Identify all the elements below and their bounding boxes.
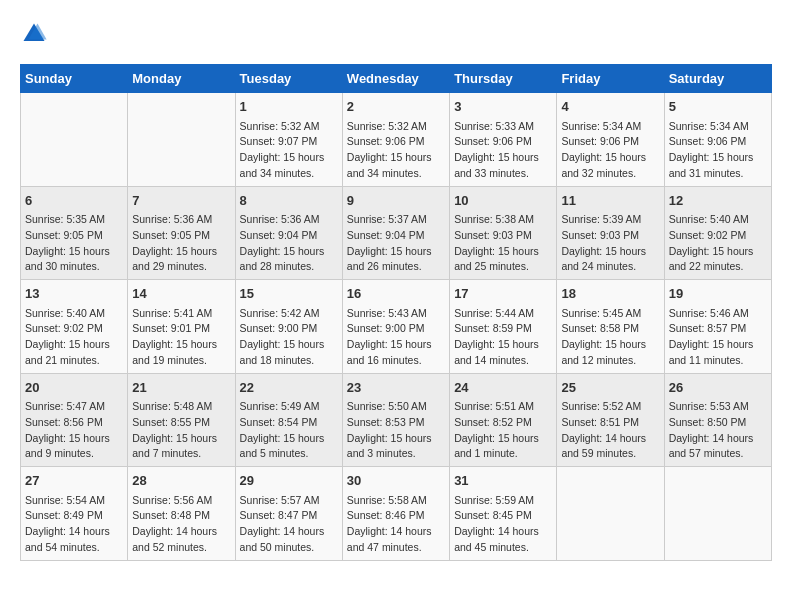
cell-content: Sunrise: 5:33 AM Sunset: 9:06 PM Dayligh… — [454, 119, 552, 182]
calendar-cell — [664, 467, 771, 561]
day-number: 5 — [669, 97, 767, 117]
day-number: 30 — [347, 471, 445, 491]
calendar-cell — [128, 93, 235, 187]
header-day-saturday: Saturday — [664, 65, 771, 93]
cell-content: Sunrise: 5:53 AM Sunset: 8:50 PM Dayligh… — [669, 399, 767, 462]
cell-content: Sunrise: 5:45 AM Sunset: 8:58 PM Dayligh… — [561, 306, 659, 369]
week-row-4: 20Sunrise: 5:47 AM Sunset: 8:56 PM Dayli… — [21, 373, 772, 467]
logo-icon — [20, 20, 48, 48]
cell-content: Sunrise: 5:43 AM Sunset: 9:00 PM Dayligh… — [347, 306, 445, 369]
calendar-cell: 21Sunrise: 5:48 AM Sunset: 8:55 PM Dayli… — [128, 373, 235, 467]
calendar-cell: 22Sunrise: 5:49 AM Sunset: 8:54 PM Dayli… — [235, 373, 342, 467]
calendar-cell: 23Sunrise: 5:50 AM Sunset: 8:53 PM Dayli… — [342, 373, 449, 467]
calendar-cell: 8Sunrise: 5:36 AM Sunset: 9:04 PM Daylig… — [235, 186, 342, 280]
cell-content: Sunrise: 5:38 AM Sunset: 9:03 PM Dayligh… — [454, 212, 552, 275]
day-number: 7 — [132, 191, 230, 211]
day-number: 18 — [561, 284, 659, 304]
day-number: 2 — [347, 97, 445, 117]
cell-content: Sunrise: 5:48 AM Sunset: 8:55 PM Dayligh… — [132, 399, 230, 462]
header-day-sunday: Sunday — [21, 65, 128, 93]
calendar-cell: 20Sunrise: 5:47 AM Sunset: 8:56 PM Dayli… — [21, 373, 128, 467]
page-header — [20, 20, 772, 48]
calendar-cell: 17Sunrise: 5:44 AM Sunset: 8:59 PM Dayli… — [450, 280, 557, 374]
week-row-1: 1Sunrise: 5:32 AM Sunset: 9:07 PM Daylig… — [21, 93, 772, 187]
week-row-5: 27Sunrise: 5:54 AM Sunset: 8:49 PM Dayli… — [21, 467, 772, 561]
day-number: 29 — [240, 471, 338, 491]
day-number: 6 — [25, 191, 123, 211]
cell-content: Sunrise: 5:32 AM Sunset: 9:06 PM Dayligh… — [347, 119, 445, 182]
calendar-cell — [21, 93, 128, 187]
calendar-cell: 13Sunrise: 5:40 AM Sunset: 9:02 PM Dayli… — [21, 280, 128, 374]
calendar-header: SundayMondayTuesdayWednesdayThursdayFrid… — [21, 65, 772, 93]
calendar-table: SundayMondayTuesdayWednesdayThursdayFrid… — [20, 64, 772, 561]
calendar-cell: 18Sunrise: 5:45 AM Sunset: 8:58 PM Dayli… — [557, 280, 664, 374]
cell-content: Sunrise: 5:52 AM Sunset: 8:51 PM Dayligh… — [561, 399, 659, 462]
cell-content: Sunrise: 5:32 AM Sunset: 9:07 PM Dayligh… — [240, 119, 338, 182]
cell-content: Sunrise: 5:34 AM Sunset: 9:06 PM Dayligh… — [669, 119, 767, 182]
day-number: 11 — [561, 191, 659, 211]
calendar-cell: 1Sunrise: 5:32 AM Sunset: 9:07 PM Daylig… — [235, 93, 342, 187]
calendar-cell: 26Sunrise: 5:53 AM Sunset: 8:50 PM Dayli… — [664, 373, 771, 467]
cell-content: Sunrise: 5:39 AM Sunset: 9:03 PM Dayligh… — [561, 212, 659, 275]
calendar-cell: 15Sunrise: 5:42 AM Sunset: 9:00 PM Dayli… — [235, 280, 342, 374]
day-number: 9 — [347, 191, 445, 211]
header-day-thursday: Thursday — [450, 65, 557, 93]
day-number: 8 — [240, 191, 338, 211]
cell-content: Sunrise: 5:35 AM Sunset: 9:05 PM Dayligh… — [25, 212, 123, 275]
cell-content: Sunrise: 5:51 AM Sunset: 8:52 PM Dayligh… — [454, 399, 552, 462]
header-day-tuesday: Tuesday — [235, 65, 342, 93]
day-number: 27 — [25, 471, 123, 491]
calendar-cell: 29Sunrise: 5:57 AM Sunset: 8:47 PM Dayli… — [235, 467, 342, 561]
cell-content: Sunrise: 5:54 AM Sunset: 8:49 PM Dayligh… — [25, 493, 123, 556]
calendar-cell: 2Sunrise: 5:32 AM Sunset: 9:06 PM Daylig… — [342, 93, 449, 187]
day-number: 13 — [25, 284, 123, 304]
logo — [20, 20, 52, 48]
day-number: 26 — [669, 378, 767, 398]
day-number: 23 — [347, 378, 445, 398]
day-number: 4 — [561, 97, 659, 117]
day-number: 20 — [25, 378, 123, 398]
day-number: 16 — [347, 284, 445, 304]
header-day-wednesday: Wednesday — [342, 65, 449, 93]
cell-content: Sunrise: 5:40 AM Sunset: 9:02 PM Dayligh… — [669, 212, 767, 275]
calendar-body: 1Sunrise: 5:32 AM Sunset: 9:07 PM Daylig… — [21, 93, 772, 561]
calendar-cell: 31Sunrise: 5:59 AM Sunset: 8:45 PM Dayli… — [450, 467, 557, 561]
day-number: 14 — [132, 284, 230, 304]
cell-content: Sunrise: 5:58 AM Sunset: 8:46 PM Dayligh… — [347, 493, 445, 556]
cell-content: Sunrise: 5:42 AM Sunset: 9:00 PM Dayligh… — [240, 306, 338, 369]
header-day-monday: Monday — [128, 65, 235, 93]
calendar-cell: 4Sunrise: 5:34 AM Sunset: 9:06 PM Daylig… — [557, 93, 664, 187]
week-row-2: 6Sunrise: 5:35 AM Sunset: 9:05 PM Daylig… — [21, 186, 772, 280]
calendar-cell: 7Sunrise: 5:36 AM Sunset: 9:05 PM Daylig… — [128, 186, 235, 280]
day-number: 25 — [561, 378, 659, 398]
week-row-3: 13Sunrise: 5:40 AM Sunset: 9:02 PM Dayli… — [21, 280, 772, 374]
cell-content: Sunrise: 5:41 AM Sunset: 9:01 PM Dayligh… — [132, 306, 230, 369]
day-number: 21 — [132, 378, 230, 398]
cell-content: Sunrise: 5:59 AM Sunset: 8:45 PM Dayligh… — [454, 493, 552, 556]
cell-content: Sunrise: 5:46 AM Sunset: 8:57 PM Dayligh… — [669, 306, 767, 369]
day-number: 15 — [240, 284, 338, 304]
cell-content: Sunrise: 5:49 AM Sunset: 8:54 PM Dayligh… — [240, 399, 338, 462]
calendar-cell: 6Sunrise: 5:35 AM Sunset: 9:05 PM Daylig… — [21, 186, 128, 280]
day-number: 3 — [454, 97, 552, 117]
cell-content: Sunrise: 5:56 AM Sunset: 8:48 PM Dayligh… — [132, 493, 230, 556]
calendar-cell: 10Sunrise: 5:38 AM Sunset: 9:03 PM Dayli… — [450, 186, 557, 280]
calendar-cell: 24Sunrise: 5:51 AM Sunset: 8:52 PM Dayli… — [450, 373, 557, 467]
calendar-cell: 3Sunrise: 5:33 AM Sunset: 9:06 PM Daylig… — [450, 93, 557, 187]
cell-content: Sunrise: 5:36 AM Sunset: 9:05 PM Dayligh… — [132, 212, 230, 275]
day-number: 12 — [669, 191, 767, 211]
calendar-cell: 25Sunrise: 5:52 AM Sunset: 8:51 PM Dayli… — [557, 373, 664, 467]
cell-content: Sunrise: 5:50 AM Sunset: 8:53 PM Dayligh… — [347, 399, 445, 462]
cell-content: Sunrise: 5:47 AM Sunset: 8:56 PM Dayligh… — [25, 399, 123, 462]
calendar-cell: 5Sunrise: 5:34 AM Sunset: 9:06 PM Daylig… — [664, 93, 771, 187]
day-number: 1 — [240, 97, 338, 117]
calendar-cell: 30Sunrise: 5:58 AM Sunset: 8:46 PM Dayli… — [342, 467, 449, 561]
calendar-cell: 28Sunrise: 5:56 AM Sunset: 8:48 PM Dayli… — [128, 467, 235, 561]
header-day-friday: Friday — [557, 65, 664, 93]
cell-content: Sunrise: 5:44 AM Sunset: 8:59 PM Dayligh… — [454, 306, 552, 369]
calendar-cell: 27Sunrise: 5:54 AM Sunset: 8:49 PM Dayli… — [21, 467, 128, 561]
day-number: 24 — [454, 378, 552, 398]
calendar-cell — [557, 467, 664, 561]
cell-content: Sunrise: 5:37 AM Sunset: 9:04 PM Dayligh… — [347, 212, 445, 275]
calendar-cell: 12Sunrise: 5:40 AM Sunset: 9:02 PM Dayli… — [664, 186, 771, 280]
